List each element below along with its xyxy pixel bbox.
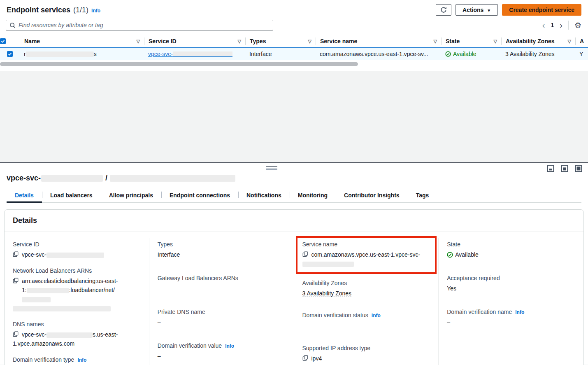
acceptance-required-value: Yes [447,284,575,293]
column-label: Name [24,38,40,44]
types-value: Interface [158,250,286,259]
split-panel-drag-handle[interactable] [266,166,277,170]
copy-icon[interactable] [302,355,308,361]
cell-availability-zones: 3 Availability Zones [501,51,575,57]
copy-icon[interactable] [302,251,308,257]
copy-icon[interactable] [13,278,19,283]
column-label: Service ID [149,38,177,44]
redacted-text [173,51,232,57]
prev-page-icon[interactable]: ‹ [542,21,545,29]
panel-bottom-half-icon[interactable] [561,165,568,172]
service-name-highlight-box: Service name com.amazonaws.vpce.us-east-… [296,236,437,274]
pager-divider [568,21,569,30]
column-header-service-name[interactable]: Service name ▽ [316,37,441,45]
details-column-3: Service name com.amazonaws.vpce.us-east-… [294,238,439,365]
status-available-icon [447,252,453,258]
table-row[interactable]: rs vpce-svc- Interface com.amazonaws.vpc… [0,47,588,60]
header-info-link[interactable]: Info [91,8,100,14]
dvs-info-link[interactable]: Info [372,313,381,318]
details-column-2: Types Interface Gateway Load Balancers A… [149,238,294,365]
tab-tags[interactable]: Tags [408,188,437,202]
sort-icon[interactable]: ▽ [494,39,497,44]
row-checkbox[interactable] [7,51,13,57]
availability-zones-popover-link[interactable]: 3 Availability Zones [505,51,555,57]
details-card-heading: Details [5,210,583,232]
sort-icon[interactable]: ▽ [568,39,571,44]
details-column-4: State Available Acceptance required Yes … [439,238,583,365]
next-page-icon[interactable]: › [560,21,562,29]
search-box[interactable] [6,20,273,30]
supported-ip-label: Supported IP address type [302,345,430,351]
tab-endpoint-connections[interactable]: Endpoint connections [161,188,238,202]
tab-bar: Details Load balancers Allow principals … [7,188,581,203]
scrollbar-thumb[interactable] [0,62,358,66]
sort-icon[interactable]: ▽ [137,39,140,44]
split-panel-size-controls [547,165,582,172]
column-header-service-id[interactable]: Service ID ▽ [144,37,245,45]
name-text: r [24,51,26,57]
select-all-checkbox[interactable] [0,38,6,44]
search-icon [9,22,16,28]
domain-verification-value-value: – [158,351,286,360]
dvv-info-link[interactable]: Info [225,343,234,349]
title-separator: / [105,174,107,182]
name-text: s [94,51,97,57]
column-header-availability-zones[interactable]: Availability Zones ▽ [501,37,575,45]
sort-icon[interactable]: ▽ [434,39,437,44]
refresh-button[interactable] [436,4,451,16]
background-gap [0,71,588,162]
availability-zones-popover-link[interactable]: 3 Availability Zones [302,290,352,297]
actions-button[interactable]: Actions ▼ [456,4,498,16]
details-column-1: Service ID vpce-svc- Network Load Balanc… [5,238,149,365]
types-label: Types [158,241,286,248]
panel-full-icon[interactable] [575,165,582,172]
check-icon [1,39,5,43]
sort-icon[interactable]: ▽ [308,39,311,44]
column-header-name[interactable]: Name ▽ [20,37,144,45]
service-name-label: Service name [302,241,430,248]
gear-icon[interactable]: ⚙ [574,21,581,30]
tab-load-balancers[interactable]: Load balancers [42,188,101,202]
page-header: Endpoint services (1/1) Info Actions ▼ C… [0,0,588,19]
search-row: ‹ 1 › ⚙ [0,19,588,35]
panel-bottom-small-icon[interactable] [547,165,554,172]
tab-monitoring[interactable]: Monitoring [290,188,336,202]
tab-allow-principals[interactable]: Allow principals [101,188,161,202]
domain-verification-status-label: Domain verification status [302,312,368,318]
redacted-text [46,332,93,338]
service-id-link[interactable]: vpce-svc- [148,51,232,57]
tab-details[interactable]: Details [7,188,42,202]
domain-verification-status-value: – [302,321,430,330]
page-number[interactable]: 1 [551,22,554,28]
dvt-info-link[interactable]: Info [77,357,86,363]
cell-acceptance-partial: Y [575,51,588,57]
private-dns-name-value: – [158,318,286,327]
chevron-down-icon: ▼ [487,8,491,13]
private-dns-name-label: Private DNS name [158,309,286,315]
split-panel: vpce-svc- / Details Load balancers Allow… [0,162,588,365]
page-title: Endpoint services [7,6,70,14]
state-label: State [447,241,575,248]
resource-count: (1/1) [73,6,88,14]
copy-icon[interactable] [13,251,19,257]
sort-icon[interactable]: ▽ [238,39,241,44]
redacted-text [302,262,354,267]
service-name-value: com.amazonaws.vpce.us-east-1.vpce-svc- [311,250,421,268]
nlb-arn-value: arn:aws:elasticloadbalancing:us-east-1::… [22,276,141,313]
redacted-text [46,253,104,258]
endpoint-services-panel: Endpoint services (1/1) Info Actions ▼ C… [0,0,588,71]
create-endpoint-service-button[interactable]: Create endpoint service [502,4,581,16]
copy-icon[interactable] [13,331,19,337]
tab-notifications[interactable]: Notifications [238,188,290,202]
dvn-info-link[interactable]: Info [515,309,524,315]
availability-zones-label: Availability Zones [302,280,430,286]
select-all-checkbox-cell [0,37,20,45]
column-header-state[interactable]: State ▽ [441,37,501,45]
column-header-acceptance-partial[interactable]: A [575,37,588,45]
column-header-types[interactable]: Types ▽ [245,37,316,45]
status-available-icon [445,51,451,57]
supported-ip-value: ipv4 [311,354,322,363]
table-header-row: Name ▽ Service ID ▽ Types ▽ Service name… [0,35,588,47]
search-input[interactable] [19,22,270,28]
tab-contributor-insights[interactable]: Contributor Insights [336,188,408,202]
